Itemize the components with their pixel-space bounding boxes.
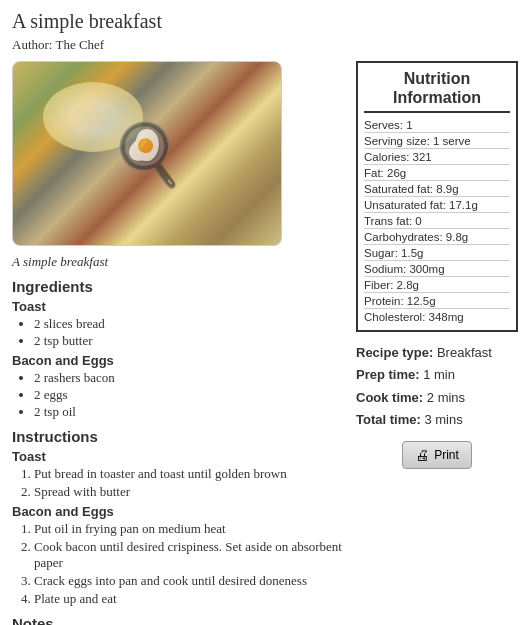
toast-ingredients-list: 2 slices bread 2 tsp butter bbox=[12, 316, 346, 349]
ingredients-group-toast: Toast 2 slices bread 2 tsp butter bbox=[12, 299, 346, 349]
bacon-eggs-instructions-list: Put oil in frying pan on medium heat Coo… bbox=[12, 521, 346, 607]
recipe-summary: A simple breakfast bbox=[12, 254, 346, 270]
nutrition-row: Unsaturated fat: 17.1g bbox=[364, 197, 510, 213]
left-column: A simple breakfast Ingredients Toast 2 s… bbox=[12, 61, 346, 625]
list-item: 2 eggs bbox=[34, 387, 346, 403]
list-item: Crack eggs into pan and cook until desir… bbox=[34, 573, 346, 589]
ingredients-group-bacon-eggs: Bacon and Eggs 2 rashers bacon 2 eggs 2 … bbox=[12, 353, 346, 420]
content-area: A simple breakfast Ingredients Toast 2 s… bbox=[12, 61, 518, 625]
bacon-eggs-ingredients-list: 2 rashers bacon 2 eggs 2 tsp oil bbox=[12, 370, 346, 420]
toast-instructions-list: Put bread in toaster and toast until gol… bbox=[12, 466, 346, 500]
instructions-subheading-toast: Toast bbox=[12, 449, 346, 464]
list-item: 2 slices bread bbox=[34, 316, 346, 332]
nutrition-row: Carbohydrates: 9.8g bbox=[364, 229, 510, 245]
instructions-group-toast: Toast Put bread in toaster and toast unt… bbox=[12, 449, 346, 500]
recipe-title: A simple breakfast bbox=[12, 10, 518, 33]
list-item: Put bread in toaster and toast until gol… bbox=[34, 466, 346, 482]
nutrition-row: Saturated fat: 8.9g bbox=[364, 181, 510, 197]
prep-time-row: Prep time: 1 min bbox=[356, 364, 518, 386]
list-item: Spread with butter bbox=[34, 484, 346, 500]
list-item: 2 rashers bacon bbox=[34, 370, 346, 386]
instructions-group-bacon-eggs: Bacon and Eggs Put oil in frying pan on … bbox=[12, 504, 346, 607]
nutrition-row: Calories: 321 bbox=[364, 149, 510, 165]
list-item: Plate up and eat bbox=[34, 591, 346, 607]
list-item: 2 tsp oil bbox=[34, 404, 346, 420]
instructions-subheading-bacon-eggs: Bacon and Eggs bbox=[12, 504, 346, 519]
author-line: Author: The Chef bbox=[12, 37, 518, 53]
total-time-row: Total time: 3 mins bbox=[356, 409, 518, 431]
recipe-meta: Recipe type: Breakfast Prep time: 1 min … bbox=[356, 342, 518, 430]
nutrition-row: Protein: 12.5g bbox=[364, 293, 510, 309]
cook-time-row: Cook time: 2 mins bbox=[356, 387, 518, 409]
notes-heading: Notes bbox=[12, 615, 346, 625]
ingredients-subheading-bacon-eggs: Bacon and Eggs bbox=[12, 353, 346, 368]
printer-icon: 🖨 bbox=[415, 447, 429, 463]
ingredients-subheading-toast: Toast bbox=[12, 299, 346, 314]
instructions-heading: Instructions bbox=[12, 428, 346, 445]
author-label: Author: bbox=[12, 37, 52, 52]
prep-time-label: Prep time: bbox=[356, 367, 420, 382]
list-item: Cook bacon until desired crispiness. Set… bbox=[34, 539, 346, 571]
ingredients-heading: Ingredients bbox=[12, 278, 346, 295]
author-name: The Chef bbox=[55, 37, 104, 52]
nutrition-row: Fiber: 2.8g bbox=[364, 277, 510, 293]
nutrition-row: Serves: 1 bbox=[364, 117, 510, 133]
print-button[interactable]: 🖨 Print bbox=[402, 441, 472, 469]
cook-time-label: Cook time: bbox=[356, 390, 423, 405]
nutrition-row: Sugar: 1.5g bbox=[364, 245, 510, 261]
print-button-label: Print bbox=[434, 448, 459, 462]
nutrition-row: Serving size: 1 serve bbox=[364, 133, 510, 149]
recipe-image bbox=[12, 61, 282, 246]
nutrition-title: Nutrition Information bbox=[364, 69, 510, 113]
list-item: 2 tsp butter bbox=[34, 333, 346, 349]
list-item: Put oil in frying pan on medium heat bbox=[34, 521, 346, 537]
nutrition-row: Fat: 26g bbox=[364, 165, 510, 181]
recipe-type-row: Recipe type: Breakfast bbox=[356, 342, 518, 364]
nutrition-row: Cholesterol: 348mg bbox=[364, 309, 510, 324]
total-time-label: Total time: bbox=[356, 412, 421, 427]
nutrition-row: Sodium: 300mg bbox=[364, 261, 510, 277]
right-column: Nutrition Information Serves: 1 Serving … bbox=[356, 61, 518, 625]
nutrition-box: Nutrition Information Serves: 1 Serving … bbox=[356, 61, 518, 332]
nutrition-row: Trans fat: 0 bbox=[364, 213, 510, 229]
recipe-type-label: Recipe type: bbox=[356, 345, 433, 360]
